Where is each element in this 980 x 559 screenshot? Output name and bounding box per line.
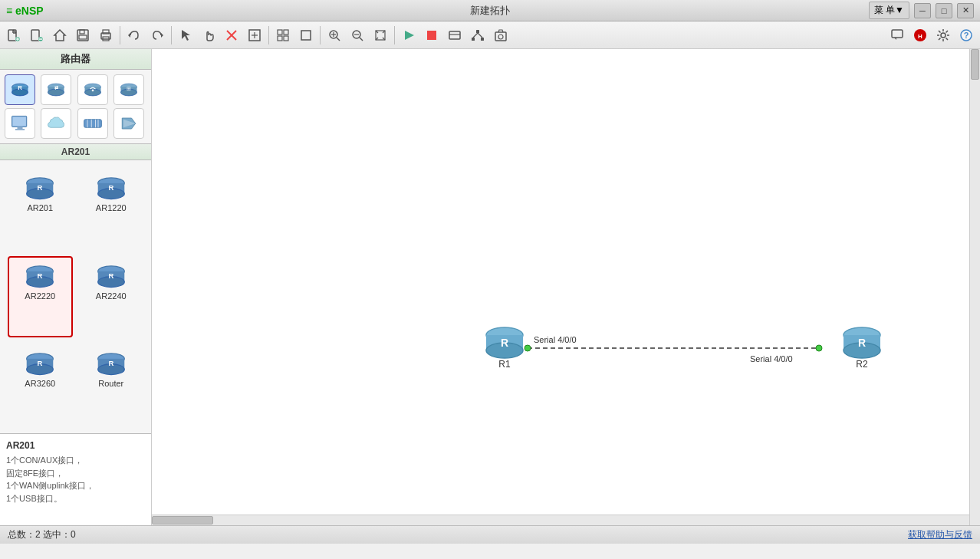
redo-button[interactable] <box>146 25 168 46</box>
device-category-label: 路由器 <box>0 49 151 70</box>
sep3 <box>268 26 269 44</box>
svg-marker-19 <box>182 30 190 41</box>
topology-canvas[interactable]: Serial 4/0/0 Serial 4/0/0 R R1 R R2 <box>152 49 980 525</box>
svg-rect-75 <box>12 117 26 126</box>
maximize-button[interactable]: □ <box>936 3 952 18</box>
sep1 <box>120 26 120 44</box>
device-type-router1[interactable]: R <box>5 74 35 105</box>
device-type-router2[interactable]: ⇄ <box>41 74 71 105</box>
window-title: 新建拓扑 <box>470 4 510 18</box>
help-button[interactable]: ? <box>955 25 977 46</box>
sep4 <box>320 26 321 44</box>
device-item-label-ar2220: AR2220 <box>25 291 55 301</box>
main-area: 路由器 R ⇄ <box>0 49 980 525</box>
close-button[interactable]: ✕ <box>957 3 974 18</box>
svg-point-67 <box>91 90 94 92</box>
device-item-label-ar201: AR201 <box>27 203 53 212</box>
horizontal-scroll-thumb[interactable] <box>152 516 213 524</box>
svg-marker-10 <box>54 30 65 41</box>
svg-rect-74 <box>15 129 25 130</box>
device-item-router[interactable]: R Router <box>79 344 144 426</box>
svg-rect-25 <box>278 30 282 35</box>
shape-button[interactable] <box>295 25 317 46</box>
svg-text:R: R <box>38 271 43 280</box>
vertical-scroll-thumb[interactable] <box>971 49 979 80</box>
snapshot-button[interactable] <box>490 25 511 46</box>
device-type-cloud[interactable] <box>41 108 71 139</box>
device-type-pc[interactable] <box>5 108 35 139</box>
svg-rect-29 <box>301 31 311 40</box>
port-label-r2-right: Serial 4/0/0 <box>750 354 793 363</box>
svg-text:R: R <box>108 271 113 280</box>
sep2 <box>171 26 172 44</box>
chat-button[interactable] <box>886 25 908 46</box>
zoom-out-button[interactable] <box>347 25 368 46</box>
svg-rect-27 <box>278 36 282 41</box>
device-item-ar2220[interactable]: R AR2220 <box>8 256 73 338</box>
pan-button[interactable] <box>198 25 219 46</box>
undo-button[interactable] <box>123 25 145 46</box>
device-item-ar2240[interactable]: R AR2240 <box>79 256 144 338</box>
sep5 <box>394 26 395 44</box>
devices-button[interactable] <box>444 25 465 46</box>
svg-marker-38 <box>405 31 414 40</box>
svg-text:?: ? <box>964 31 969 40</box>
svg-rect-13 <box>79 35 87 39</box>
info-text: 1个CON/AUX接口，固定8FE接口，1个WAN侧uplink接口，1个USB… <box>6 454 145 505</box>
horizontal-scrollbar[interactable] <box>152 515 969 525</box>
device-item-label-ar2240: AR2240 <box>96 291 127 301</box>
delete-button[interactable] <box>221 25 242 46</box>
fit-button[interactable] <box>370 25 391 46</box>
device-item-ar201[interactable]: R AR201 <box>8 168 73 250</box>
subcategory-label: AR201 <box>0 143 151 160</box>
stop-button[interactable] <box>421 25 442 46</box>
save-button[interactable] <box>72 25 94 46</box>
svg-text:R: R <box>108 183 113 192</box>
home-button[interactable] <box>49 25 71 46</box>
device-type-firewall[interactable]: ⊞ <box>113 74 144 105</box>
svg-text:R1: R1 <box>498 359 511 370</box>
toolbar: H ? <box>0 21 980 49</box>
svg-text:R: R <box>108 360 113 368</box>
device-type-more[interactable] <box>113 108 144 139</box>
status-help[interactable]: 获取帮助与反馈 <box>908 528 972 541</box>
svg-rect-28 <box>284 36 288 41</box>
svg-marker-18 <box>161 33 163 38</box>
device-type-wireless[interactable] <box>77 74 108 105</box>
custom-button[interactable] <box>244 25 265 46</box>
svg-marker-17 <box>128 33 130 38</box>
port-label-r1-left: Serial 4/0/0 <box>534 335 577 344</box>
svg-rect-7 <box>31 30 39 41</box>
svg-rect-76 <box>84 120 101 128</box>
device-item-ar3260[interactable]: R AR3260 <box>8 344 73 426</box>
zoom-in-button[interactable] <box>324 25 345 46</box>
topology-button[interactable] <box>467 25 488 46</box>
menu-button[interactable]: 菜 单▼ <box>869 2 909 19</box>
grid-button[interactable] <box>272 25 294 46</box>
app-logo: ≡ eNSP <box>6 5 44 17</box>
cursor-button[interactable] <box>175 25 196 46</box>
status-bar: 总数：2 选中：0 获取帮助与反馈 <box>0 525 980 544</box>
svg-line-31 <box>337 38 340 41</box>
new-button[interactable] <box>3 25 25 46</box>
play-button[interactable] <box>398 25 419 46</box>
huawei-logo-button[interactable]: H <box>909 25 931 46</box>
svg-line-35 <box>360 38 363 41</box>
settings-button[interactable] <box>932 25 954 46</box>
node-r1[interactable]: R R1 <box>486 327 523 370</box>
svg-text:R: R <box>858 337 866 349</box>
svg-point-53 <box>941 33 945 38</box>
open-button[interactable] <box>26 25 48 46</box>
node-r2[interactable]: R R2 <box>844 327 880 370</box>
device-item-ar1220[interactable]: R AR1220 <box>79 168 144 250</box>
device-item-label-ar3260: AR3260 <box>25 379 55 388</box>
device-type-switch[interactable] <box>77 108 108 139</box>
minimize-button[interactable]: ─ <box>914 3 931 18</box>
vertical-scrollbar[interactable] <box>969 49 980 525</box>
info-panel: AR201 1个CON/AUX接口，固定8FE接口，1个WAN侧uplink接口… <box>0 433 151 525</box>
svg-text:R2: R2 <box>856 359 868 370</box>
canvas-area[interactable]: Serial 4/0/0 Serial 4/0/0 R R1 R R2 <box>152 49 980 525</box>
print-button[interactable] <box>95 25 117 46</box>
svg-rect-73 <box>18 127 23 129</box>
svg-text:H: H <box>918 33 922 40</box>
